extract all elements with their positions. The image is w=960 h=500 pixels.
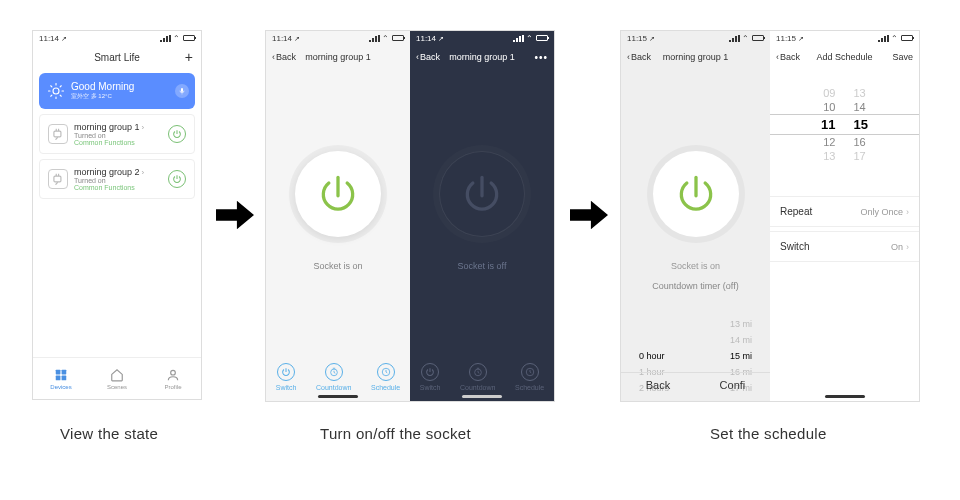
bottom-switch[interactable]: Switch <box>276 363 297 391</box>
home-indicator <box>462 395 502 398</box>
phone-socket-off: 11:14 ↗ ⌃ ‹Back morning group 1 ••• Sock… <box>410 31 554 401</box>
chevron-right-icon: › <box>142 168 145 177</box>
phone-socket-on: 11:14 ↗ ⌃ ‹Back morning group 1 Socket i… <box>266 31 410 401</box>
status-bar: 11:15 ↗ ⌃ <box>770 31 919 45</box>
signal-icon <box>160 35 170 42</box>
svg-line-8 <box>60 86 61 87</box>
countdown-title: Countdown timer (off) <box>621 281 770 291</box>
caption: Set the schedule <box>710 425 827 442</box>
status-bar: 11:14 ↗ ⌃ <box>410 31 554 45</box>
svg-line-7 <box>51 95 52 96</box>
device-power-button[interactable] <box>168 125 186 143</box>
banner-title: Good Morning <box>71 81 134 92</box>
back-button[interactable]: ‹Back <box>627 52 651 62</box>
app-title: Smart Life <box>94 52 140 63</box>
repeat-label: Repeat <box>780 206 812 217</box>
svg-rect-16 <box>56 369 61 374</box>
power-toggle[interactable] <box>295 151 381 237</box>
bottom-countdown[interactable]: Countdown <box>316 363 351 391</box>
socket-state-label: Socket is on <box>621 261 770 271</box>
status-bar: 11:15 ↗ ⌃ <box>621 31 770 45</box>
switch-label: Switch <box>780 241 809 252</box>
back-button[interactable]: ‹Back <box>776 52 800 62</box>
countdown-back-button[interactable]: Back <box>646 379 670 391</box>
chevron-right-icon: › <box>906 242 909 252</box>
chevron-left-icon: ‹ <box>627 52 630 62</box>
back-button[interactable]: ‹Back <box>416 52 440 62</box>
svg-rect-17 <box>62 369 67 374</box>
caption: View the state <box>60 425 158 442</box>
bottom-schedule[interactable]: Schedule <box>371 363 400 391</box>
back-button[interactable]: ‹Back <box>272 52 296 62</box>
chevron-left-icon: ‹ <box>776 52 779 62</box>
plug-icon <box>48 169 68 189</box>
socket-state-label: Socket is on <box>266 261 410 271</box>
more-button[interactable]: ••• <box>534 52 548 63</box>
bottom-schedule[interactable]: Schedule <box>515 363 544 391</box>
chevron-left-icon: ‹ <box>416 52 419 62</box>
add-device-button[interactable]: + <box>185 49 193 65</box>
svg-rect-10 <box>54 131 61 137</box>
phone-pair-schedule: 11:15 ↗ ⌃ ‹Back morning group 1 Socket i… <box>620 30 920 402</box>
svg-rect-18 <box>56 375 61 380</box>
arrow-icon <box>570 200 608 234</box>
tab-scenes[interactable]: Scenes <box>89 358 145 399</box>
svg-line-5 <box>51 86 52 87</box>
svg-rect-19 <box>62 375 67 380</box>
chevron-left-icon: ‹ <box>272 52 275 62</box>
weather-banner[interactable]: Good Morning 室外空 多 12°C <box>39 73 195 109</box>
time-picker[interactable]: 0913 1014 1115 1216 1317 <box>770 86 919 163</box>
switch-row[interactable]: Switch On› <box>770 231 919 262</box>
socket-state-label: Socket is off <box>410 261 554 271</box>
svg-point-20 <box>171 370 176 375</box>
power-toggle[interactable] <box>439 151 525 237</box>
banner-sub: 室外空 多 12°C <box>71 92 134 101</box>
svg-point-0 <box>53 88 59 94</box>
mic-button[interactable] <box>175 84 189 98</box>
battery-icon <box>183 35 195 41</box>
home-indicator <box>825 395 865 398</box>
svg-rect-13 <box>54 176 61 182</box>
svg-rect-9 <box>181 88 183 92</box>
chevron-right-icon: › <box>906 207 909 217</box>
bottom-countdown[interactable]: Countdown <box>460 363 495 391</box>
device-power-button[interactable] <box>168 170 186 188</box>
tab-bar: Devices Scenes Profile <box>33 357 201 399</box>
repeat-row[interactable]: Repeat Only Once› <box>770 196 919 227</box>
device-row[interactable]: morning group 2› Turned on Common Functi… <box>39 159 195 199</box>
caption: Turn on/off the socket <box>320 425 471 442</box>
phone-countdown: 11:15 ↗ ⌃ ‹Back morning group 1 Socket i… <box>621 31 770 401</box>
bottom-switch[interactable]: Switch <box>420 363 441 391</box>
home-nav: Smart Life + <box>33 45 201 69</box>
arrow-icon <box>216 200 254 234</box>
tab-profile[interactable]: Profile <box>145 358 201 399</box>
home-indicator <box>318 395 358 398</box>
status-bar: 11:14 ↗ ⌃ <box>266 31 410 45</box>
power-toggle[interactable] <box>653 151 739 237</box>
countdown-confirm-button[interactable]: Confi <box>720 379 746 391</box>
chevron-right-icon: › <box>142 123 145 132</box>
status-bar: 11:14 ↗ ⌃ <box>33 31 201 45</box>
phone-home: 11:14 ↗ ⌃ Smart Life + Good Morning 室外空 … <box>32 30 202 400</box>
save-button[interactable]: Save <box>892 52 913 62</box>
device-row[interactable]: morning group 1› Turned on Common Functi… <box>39 114 195 154</box>
sun-icon <box>47 82 65 100</box>
phone-add-schedule: 11:15 ↗ ⌃ ‹Back Add Schedule Save 0913 1… <box>770 31 919 401</box>
tab-devices[interactable]: Devices <box>33 358 89 399</box>
phone-pair-power: 11:14 ↗ ⌃ ‹Back morning group 1 Socket i… <box>265 30 555 402</box>
wifi-icon: ⌃ <box>173 34 180 43</box>
svg-line-6 <box>60 95 61 96</box>
plug-icon <box>48 124 68 144</box>
